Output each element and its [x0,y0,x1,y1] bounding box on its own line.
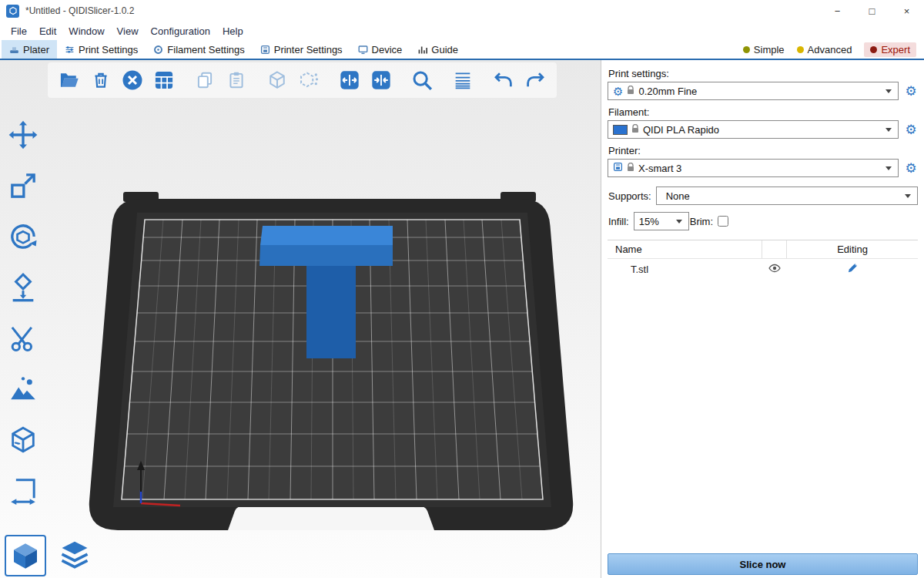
move-button[interactable] [5,117,42,153]
open-folder-button[interactable] [55,66,83,94]
cut-button[interactable] [5,321,42,356]
filament-gear-button[interactable]: ⚙ [904,123,918,136]
delete-button[interactable] [87,66,115,94]
filament-settings-icon [153,45,163,55]
chevron-down-icon [886,128,892,132]
mode-advanced[interactable]: Advanced [797,44,852,55]
brim-checkbox[interactable] [718,216,728,227]
arrange-button[interactable] [150,66,178,94]
place-on-face-icon [8,272,38,303]
measure-button[interactable] [5,473,42,509]
menu-configuration[interactable]: Configuration [145,24,216,39]
add-instance-button[interactable] [263,66,291,94]
preview-layers-icon [58,539,92,573]
tab-printer-settings[interactable]: Printer Settings [253,40,350,59]
tab-plater-label: Plater [23,44,49,55]
paste-icon [226,70,246,90]
search-button[interactable] [408,66,436,94]
filament-color-swatch [613,125,628,135]
redo-button[interactable] [521,66,549,94]
object-list-row[interactable]: T.stl [608,259,918,279]
advanced-mode-dot-icon [797,46,804,53]
tab-printer-settings-label: Printer Settings [274,44,343,55]
split-objects-icon [339,69,360,91]
plater-icon [9,45,19,55]
variable-layer-height-button[interactable] [449,66,477,94]
print-settings-select[interactable]: ⚙ 0.20mm Fine [608,82,899,100]
lock-icon [627,86,634,97]
menu-edit[interactable]: Edit [33,24,62,39]
editor-view-button[interactable] [5,535,46,576]
3d-viewport[interactable] [0,60,601,578]
seam-button[interactable] [5,422,42,458]
filament-select[interactable]: QIDI PLA Rapido [608,120,899,139]
maximize-button[interactable]: □ [855,0,889,22]
close-button[interactable]: × [889,0,924,22]
paste-button[interactable] [223,66,250,94]
preview-view-button[interactable] [54,535,95,576]
minimize-button[interactable]: − [820,0,855,22]
printer-gear-button[interactable]: ⚙ [904,162,918,175]
copy-icon [195,70,215,90]
object-list-header: Name Editing [608,240,918,259]
printer-label: Printer: [608,145,918,156]
search-icon [410,69,434,92]
profile-gear-icon: ⚙ [613,86,623,97]
undo-icon [492,69,515,92]
printer-select[interactable]: X-smart 3 [608,159,899,177]
mode-advanced-label: Advanced [808,44,852,55]
object-name: T.stl [608,264,762,275]
mode-expert[interactable]: Expert [864,42,916,57]
menu-help[interactable]: Help [216,24,249,39]
delete-all-button[interactable] [119,66,146,94]
guide-icon [417,45,427,55]
infill-select[interactable]: 15% [634,212,689,230]
mode-expert-label: Expert [881,44,910,55]
supports-value: None [661,190,690,202]
tab-print-settings-label: Print Settings [79,44,138,55]
tab-plater[interactable]: Plater [2,40,57,59]
rotate-button[interactable] [5,219,42,254]
remove-instance-icon [298,69,320,91]
chevron-down-icon [905,194,911,198]
place-on-face-button[interactable] [5,270,42,305]
measure-icon [8,476,38,506]
printer-icon [613,162,623,174]
slice-now-button[interactable]: Slice now [608,553,918,575]
remove-instance-button[interactable] [295,66,323,94]
settings-panel: Print settings: ⚙ 0.20mm Fine ⚙ Filament… [601,60,924,578]
tab-device-label: Device [372,44,403,55]
tab-print-settings[interactable]: Print Settings [57,40,146,59]
infill-value: 15% [639,216,659,227]
undo-button[interactable] [490,66,517,94]
menu-window[interactable]: Window [62,24,110,39]
infill-label: Infill: [608,216,629,227]
tab-guide[interactable]: Guide [410,40,466,59]
view-switcher [5,535,95,576]
split-parts-button[interactable] [367,66,395,94]
print-settings-value: 0.20mm Fine [638,86,697,97]
print-settings-gear-button[interactable]: ⚙ [904,85,918,98]
tab-device[interactable]: Device [350,40,410,59]
split-objects-button[interactable] [336,66,363,94]
tab-filament-settings-label: Filament Settings [167,44,244,55]
open-folder-icon [59,69,80,91]
tab-guide-label: Guide [431,44,458,55]
menu-view[interactable]: View [111,24,145,39]
supports-select[interactable]: None [656,187,918,205]
tab-filament-settings[interactable]: Filament Settings [146,40,252,59]
copy-button[interactable] [191,66,219,94]
mode-simple[interactable]: Simple [743,44,785,55]
paint-supports-icon [8,374,38,405]
menu-file[interactable]: File [5,24,33,39]
chevron-down-icon [886,166,892,170]
paint-supports-button[interactable] [5,371,42,407]
print-settings-label: Print settings: [608,68,918,79]
3d-editor-view-icon [10,540,41,571]
scale-button[interactable] [5,168,42,203]
lock-icon [631,124,639,136]
edit-object-icon[interactable] [847,262,859,276]
visibility-eye-icon[interactable] [768,264,781,275]
cut-icon [8,323,38,354]
top-toolbar [48,62,557,98]
